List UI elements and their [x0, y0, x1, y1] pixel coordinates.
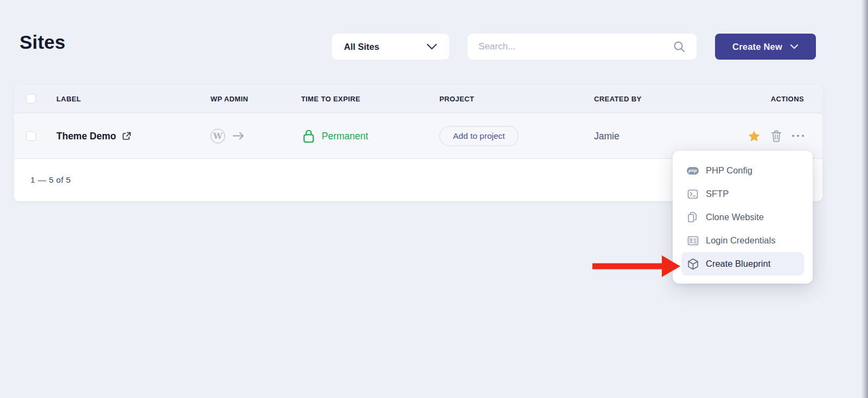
lock-icon [303, 129, 315, 143]
column-header-expire: TIME TO EXPIRE [301, 94, 360, 102]
search-field-container [468, 34, 697, 60]
menu-item-login-credentials[interactable]: Login Credentials [681, 229, 804, 252]
menu-item-label: Create Blueprint [706, 259, 770, 269]
column-header-project: PROJECT [439, 94, 474, 102]
annotation-arrow [592, 255, 680, 279]
menu-item-clone-website[interactable]: Clone Website [681, 206, 804, 229]
page-title: Sites [20, 31, 66, 53]
expire-value: Permanent [322, 130, 368, 142]
column-header-actions: ACTIONS [771, 94, 804, 102]
menu-item-create-blueprint[interactable]: Create Blueprint [681, 252, 804, 275]
menu-item-label: PHP Config [706, 165, 752, 176]
menu-item-label: Login Credentials [706, 235, 775, 246]
sites-filter-value: All Sites [344, 42, 379, 52]
scrollbar[interactable] [861, 0, 868, 398]
cube-icon [687, 258, 699, 270]
copy-icon [687, 211, 699, 223]
create-new-button[interactable]: Create New [715, 34, 816, 60]
id-card-icon [687, 236, 699, 246]
menu-item-label: Clone Website [706, 212, 764, 222]
chevron-down-icon [426, 43, 437, 50]
select-all-checkbox[interactable] [26, 94, 36, 104]
search-input[interactable] [478, 41, 673, 52]
add-to-project-button[interactable]: Add to project [439, 126, 519, 146]
row-checkbox[interactable] [26, 131, 36, 141]
menu-item-label: SFTP [706, 189, 729, 199]
site-label: Theme Demo [56, 130, 116, 142]
column-header-label: LABEL [56, 94, 81, 102]
trash-icon[interactable] [771, 130, 782, 142]
php-icon: php [687, 167, 699, 175]
chevron-down-icon [790, 44, 799, 49]
arrow-right-icon[interactable] [232, 132, 245, 140]
created-by-value: Jamie [594, 130, 620, 142]
menu-item-php-config[interactable]: php PHP Config [681, 159, 804, 182]
wordpress-icon[interactable]: W [210, 129, 225, 143]
sites-page: Sites All Sites Create New LABEL WP ADMI… [0, 0, 868, 398]
search-icon [673, 40, 686, 53]
column-header-created-by: CREATED BY [594, 94, 642, 102]
sites-filter-dropdown[interactable]: All Sites [332, 34, 449, 60]
column-header-wp-admin: WP ADMIN [210, 94, 248, 102]
terminal-icon [687, 189, 699, 200]
external-link-icon[interactable] [122, 131, 131, 140]
menu-item-sftp[interactable]: SFTP [681, 182, 804, 206]
row-actions-menu: php PHP Config SFTP Clone Website Login … [673, 151, 813, 284]
table-header-row: LABEL WP ADMIN TIME TO EXPIRE PROJECT CR… [14, 84, 822, 113]
row-actions [748, 130, 804, 142]
pagination-text: 1 — 5 of 5 [30, 175, 71, 185]
create-new-label: Create New [732, 42, 782, 52]
more-actions-icon[interactable] [792, 135, 804, 137]
favorite-star-icon[interactable] [748, 130, 761, 142]
